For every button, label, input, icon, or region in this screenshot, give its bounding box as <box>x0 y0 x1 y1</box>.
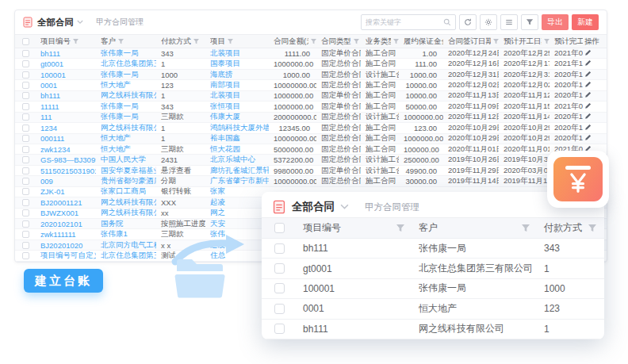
cell-customer[interactable]: 北京住总集团第三有限公司 <box>412 262 538 275</box>
cell-project[interactable]: 国泰项目 <box>205 59 269 69</box>
cell-project[interactable]: 张家 <box>205 186 269 197</box>
col-header-contract-type[interactable]: 合同类型 <box>316 35 361 48</box>
row-checkbox[interactable] <box>22 92 29 99</box>
edit-icon[interactable] <box>584 59 592 67</box>
edit-icon[interactable] <box>584 49 592 56</box>
row-checkbox[interactable] <box>274 283 285 293</box>
row-checkbox[interactable] <box>22 188 29 195</box>
cell-project-no[interactable]: GS-983—BJ30998 <box>36 155 96 164</box>
filter-icon[interactable] <box>588 224 596 232</box>
cell-project-no[interactable]: 11111 <box>36 102 96 111</box>
cell-project-no[interactable]: 100001 <box>36 71 96 79</box>
col-header-project[interactable]: 项目 <box>205 35 269 48</box>
cell-customer[interactable]: 张家口工商局 <box>96 186 156 197</box>
table-row[interactable]: 100001张伟康一局1000 <box>262 279 604 299</box>
col-header-finish-date[interactable]: 预计完工日期 <box>550 35 583 48</box>
filter-icon[interactable] <box>393 39 399 44</box>
cell-project[interactable]: 北装项目 <box>205 48 269 59</box>
table-row[interactable]: bh111张伟康一局343北装项目1111.00固定单价合同施工合同1.0020… <box>15 48 607 59</box>
create-ledger-button[interactable]: 建立台账 <box>24 269 103 293</box>
col-header-business-type[interactable]: 业务类型 <box>361 35 399 48</box>
table-row[interactable]: 000111恒大地产1裕丰国鑫10000000.00固定总价合同施工合同1000… <box>15 134 607 144</box>
cell-customer[interactable]: 张伟康1 <box>96 229 156 239</box>
cell-project-no[interactable]: bh111 <box>36 91 96 100</box>
table-row[interactable]: 100001张伟康一局1000海底捞1000.00固定总价合同设计施工合同100… <box>15 70 607 80</box>
row-checkbox[interactable] <box>22 71 29 79</box>
filter-icon[interactable] <box>311 39 316 44</box>
cell-project[interactable]: 伟康大厦 <box>205 112 269 122</box>
col-header-actions[interactable]: 操作 <box>583 35 602 48</box>
cell-project-no[interactable]: BJ20201020 <box>36 241 96 250</box>
table-row[interactable]: zwk1234恒大地产三期款恒大花园5000000.00固定总价合同施工合同10… <box>15 144 607 155</box>
filter-icon[interactable] <box>193 39 199 44</box>
filter-icon[interactable] <box>73 39 78 44</box>
edit-icon[interactable] <box>584 113 592 120</box>
cell-project-no[interactable]: 111 <box>36 113 96 121</box>
cell-customer[interactable]: 北京住总集团第三有限公司 <box>96 59 156 69</box>
row-checkbox[interactable] <box>274 263 285 274</box>
row-checkbox[interactable] <box>22 50 29 57</box>
select-all-checkbox[interactable] <box>22 38 29 45</box>
new-button[interactable]: 新建 <box>572 14 599 30</box>
cell-customer[interactable]: 张伟康一局 <box>96 112 156 122</box>
overlay-col-header-project-no[interactable]: 项目编号 <box>297 218 412 238</box>
row-checkbox[interactable] <box>22 103 29 110</box>
columns-button[interactable] <box>500 14 518 30</box>
row-checkbox[interactable] <box>22 60 29 67</box>
cell-customer[interactable]: 恒大地产 <box>412 302 538 316</box>
select-all-checkbox[interactable] <box>274 223 285 233</box>
cell-project[interactable]: 北装项目 <box>205 90 269 101</box>
table-row[interactable]: bh111张伟康一局343 <box>262 239 604 259</box>
edit-icon[interactable] <box>584 81 592 88</box>
cell-customer[interactable]: 网之线科技有限公司 <box>96 90 156 101</box>
export-button[interactable]: 导出 <box>542 14 569 30</box>
table-row[interactable]: gt0001北京住总集团第三有限公司1国泰项目1000000.00固定总价合同施… <box>15 59 607 69</box>
cell-project-no[interactable]: 0001 <box>36 81 96 90</box>
overlay-col-header-payment[interactable]: 付款方式 <box>538 218 604 238</box>
cell-customer[interactable]: 中国人民大学 <box>96 155 156 165</box>
filter-icon[interactable] <box>396 224 404 232</box>
cell-customer[interactable]: 张伟康一局 <box>412 242 538 255</box>
cell-project-no[interactable]: zwk1234 <box>36 145 96 154</box>
col-header-amount[interactable]: 合同金额(元) <box>269 35 316 48</box>
cell-project-no[interactable]: 0001 <box>297 303 412 314</box>
table-row[interactable]: gt0001北京住总集团第三有限公司1 <box>262 259 604 278</box>
cell-customer[interactable]: 张伟康一局 <box>96 70 156 80</box>
row-checkbox[interactable] <box>22 135 29 142</box>
table-row[interactable]: 0001恒大地产123南部项目10000000.00固定总价合同施工合同1000… <box>15 80 607 90</box>
cell-customer[interactable]: 网之线科技有限公司 <box>96 197 156 208</box>
cell-project-no[interactable]: bh111 <box>297 324 412 335</box>
table-row[interactable]: bh111网之线科技有限公司1北装项目1000000.00固定单价合同施工合同1… <box>15 91 607 102</box>
chevron-down-icon[interactable] <box>340 204 349 210</box>
breadcrumb[interactable]: 甲方合同管理 <box>96 17 144 28</box>
search-icon[interactable] <box>443 18 451 26</box>
cell-project-no[interactable]: bh111 <box>297 243 412 254</box>
row-checkbox[interactable] <box>22 156 29 163</box>
row-checkbox[interactable] <box>274 324 285 334</box>
cell-project[interactable]: 廊坊孔雀城汇景轩 <box>205 166 269 176</box>
cell-customer[interactable]: 北京同方电气工程有限公司 <box>96 240 156 251</box>
row-checkbox[interactable] <box>22 113 29 121</box>
cell-project[interactable]: 北京乐城中心 <box>205 155 269 165</box>
cell-customer[interactable]: 网之线科技有限公司 <box>96 123 156 133</box>
cell-customer[interactable]: 网之线科技有限公司 <box>96 208 156 218</box>
row-checkbox[interactable] <box>22 242 29 249</box>
row-checkbox[interactable] <box>22 82 29 89</box>
filter-icon[interactable] <box>228 39 233 44</box>
cell-customer[interactable]: 恒大地产 <box>96 80 156 90</box>
refresh-button[interactable] <box>459 14 477 30</box>
table-row[interactable]: 009贵州省都匀豪酒店服务有...分期广东省肇宁市新中医医院...1000000… <box>15 176 607 186</box>
cell-project-no[interactable]: 5115021503190101 <box>36 167 96 175</box>
cell-project-no[interactable]: ZJK-01 <box>36 187 96 196</box>
table-row[interactable]: 0001恒大地产123 <box>262 299 604 319</box>
row-checkbox[interactable] <box>22 146 29 153</box>
overlay-col-header-customer[interactable]: 客户 <box>412 218 538 238</box>
filter-icon[interactable] <box>493 39 499 44</box>
cell-project-no[interactable]: 项目编号可自定义 <box>36 251 96 261</box>
filter-icon[interactable] <box>522 224 530 232</box>
cell-project-no[interactable]: gt0001 <box>36 59 96 68</box>
edit-icon[interactable] <box>584 134 592 141</box>
filter-button[interactable] <box>521 14 538 30</box>
cell-project-no[interactable]: 2020102101 <box>36 220 96 228</box>
filter-icon[interactable] <box>354 39 359 44</box>
